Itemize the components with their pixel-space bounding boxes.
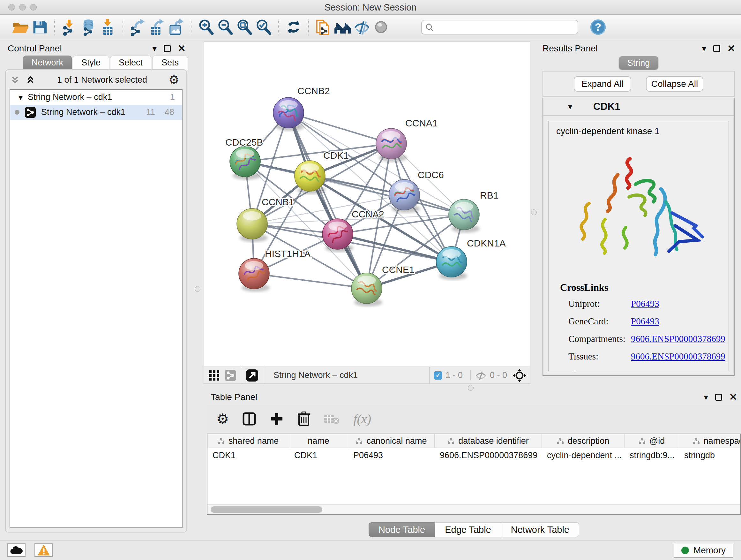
column-header-database-identifier[interactable]: database identifier bbox=[434, 434, 542, 448]
birdseye-crosshair-icon[interactable] bbox=[513, 369, 526, 382]
column-header-canonical-name[interactable]: canonical name bbox=[348, 434, 434, 448]
hidden-eye-slash-icon[interactable] bbox=[475, 371, 487, 380]
cloud-status-button[interactable] bbox=[7, 543, 25, 557]
zoom-in-button[interactable] bbox=[197, 17, 216, 37]
table-cell[interactable]: stringdb bbox=[679, 448, 741, 462]
save-session-button[interactable] bbox=[30, 17, 49, 37]
panel-menu-icon[interactable]: ▾ bbox=[702, 44, 706, 53]
zoom-selected-icon bbox=[255, 18, 272, 36]
expand-all-button[interactable]: Expand All bbox=[574, 76, 631, 91]
zoom-out-button[interactable] bbox=[216, 17, 235, 37]
zoom-fit-button[interactable] bbox=[235, 17, 254, 37]
import-table-button[interactable] bbox=[98, 17, 118, 37]
network-graph[interactable]: CCNB2CCNA1CDC25BCDK1CDC6RB1CCNB1CCNA2CDK… bbox=[204, 42, 530, 367]
string-import-button[interactable] bbox=[314, 17, 333, 37]
table-row[interactable]: CDK1CDK1P064939606.ENSP00000378699cyclin… bbox=[207, 448, 740, 462]
network-row[interactable]: String Network – cdk1 11 48 bbox=[10, 105, 182, 120]
show-columns-icon[interactable] bbox=[242, 412, 256, 426]
import-network-file-button[interactable] bbox=[60, 17, 79, 37]
tab-sets[interactable]: Sets bbox=[152, 56, 188, 70]
network-selection-status: 1 of 1 Network selected bbox=[36, 75, 169, 85]
table-horizontal-scrollbar[interactable] bbox=[207, 504, 740, 514]
tab-string[interactable]: String bbox=[619, 56, 658, 70]
crosslink-link[interactable]: P06493 bbox=[631, 316, 659, 327]
toolbar-separator bbox=[191, 19, 192, 36]
crosslink-link[interactable]: 9606.ENSP00000378699 bbox=[631, 334, 725, 344]
crosslink-link[interactable]: P06493 bbox=[631, 299, 659, 309]
delete-column-trash-icon[interactable] bbox=[297, 412, 311, 426]
zoom-selected-button[interactable] bbox=[254, 17, 273, 37]
svg-text:CCNB1: CCNB1 bbox=[262, 197, 294, 207]
search-input[interactable] bbox=[422, 20, 578, 34]
horizontal-splitter-handle[interactable] bbox=[468, 385, 474, 391]
table-cell[interactable]: CDK1 bbox=[289, 448, 348, 462]
tab-style[interactable]: Style bbox=[73, 56, 109, 70]
column-header-name[interactable]: name bbox=[289, 434, 348, 448]
column-header--id[interactable]: @id bbox=[624, 434, 679, 448]
node-RB1: RB1 bbox=[449, 190, 498, 233]
tab-network[interactable]: Network bbox=[23, 56, 72, 70]
apply-layout-button[interactable] bbox=[284, 17, 303, 37]
table-cell[interactable]: cyclin-dependent ... bbox=[542, 448, 624, 462]
table-cell[interactable]: stringdb:9... bbox=[624, 448, 679, 462]
grid-view-icon[interactable] bbox=[208, 370, 220, 381]
network-options-gear-icon[interactable]: ⚙ bbox=[169, 74, 179, 86]
crosslink-label: GeneCard: bbox=[568, 316, 631, 327]
table-header-row: shared namenamecanonical namedatabase id… bbox=[207, 434, 740, 448]
share-view-icon[interactable] bbox=[224, 369, 237, 381]
help-button[interactable]: ? bbox=[589, 17, 608, 37]
close-panel-icon[interactable]: ✕ bbox=[729, 392, 737, 402]
column-header-description[interactable]: description bbox=[542, 434, 624, 448]
table-cell[interactable]: P06493 bbox=[348, 448, 434, 462]
svg-text:?: ? bbox=[595, 21, 601, 33]
scrollbar-thumb[interactable] bbox=[211, 506, 322, 513]
warning-triangle-icon bbox=[38, 545, 50, 556]
collapse-all-button[interactable]: Collapse All bbox=[646, 76, 703, 91]
warnings-button[interactable] bbox=[35, 543, 53, 557]
crosslink-link[interactable]: 9606.ENSP00000378699 bbox=[631, 351, 725, 362]
open-session-button[interactable] bbox=[11, 17, 30, 37]
network-canvas[interactable]: CCNB2CCNA1CDC25BCDK1CDC6RB1CCNB1CCNA2CDK… bbox=[204, 42, 530, 367]
show-graphics-button[interactable] bbox=[372, 17, 391, 37]
table-cell[interactable]: 9606.ENSP00000378699 bbox=[434, 448, 542, 462]
protein-expander-icon[interactable]: ▾ bbox=[568, 103, 572, 111]
create-column-plus-icon[interactable] bbox=[270, 412, 284, 426]
external-link-icon[interactable] bbox=[246, 369, 259, 382]
selected-checkbox-icon[interactable]: ✓ bbox=[434, 371, 442, 380]
collection-expander-icon[interactable]: ▾ bbox=[18, 93, 23, 102]
crosslink-label: Pharos: bbox=[568, 369, 631, 371]
right-splitter-handle[interactable] bbox=[531, 209, 537, 215]
tab-network-table[interactable]: Network Table bbox=[501, 522, 579, 537]
close-panel-icon[interactable]: ✕ bbox=[178, 44, 186, 53]
table-options-gear-icon[interactable]: ⚙ bbox=[216, 412, 229, 426]
import-network-database-button[interactable] bbox=[79, 17, 98, 37]
node-CDKN1A: CDKN1A bbox=[436, 238, 506, 280]
export-image-button[interactable] bbox=[166, 17, 186, 37]
homes-button[interactable] bbox=[333, 17, 352, 37]
panel-menu-icon[interactable]: ▾ bbox=[152, 44, 157, 53]
crosslink-link[interactable]: P06493 bbox=[631, 369, 659, 371]
tab-edge-table[interactable]: Edge Table bbox=[435, 522, 501, 537]
network-collection-row[interactable]: ▾ String Network – cdk1 1 bbox=[10, 90, 182, 105]
memory-button[interactable]: Memory bbox=[674, 543, 733, 558]
tab-node-table[interactable]: Node Table bbox=[368, 522, 435, 537]
hide-graphics-button[interactable] bbox=[352, 17, 372, 37]
export-table-button[interactable] bbox=[147, 17, 166, 37]
close-panel-icon[interactable]: ✕ bbox=[727, 44, 735, 53]
float-panel-icon[interactable] bbox=[713, 45, 720, 52]
left-splitter-handle[interactable] bbox=[195, 286, 200, 292]
collapse-all-icon[interactable] bbox=[10, 74, 20, 85]
results-panel: Results Panel ▾ ✕ String Expand All Coll… bbox=[539, 42, 738, 376]
column-header-shared-name[interactable]: shared name bbox=[207, 434, 289, 448]
separator bbox=[429, 367, 429, 383]
svg-text:CDKN1A: CDKN1A bbox=[467, 238, 506, 248]
column-header-namespace[interactable]: namespace bbox=[679, 434, 741, 448]
panel-menu-icon[interactable]: ▾ bbox=[704, 393, 708, 401]
tab-select[interactable]: Select bbox=[110, 56, 151, 70]
float-panel-icon[interactable] bbox=[715, 394, 722, 401]
table-cell[interactable]: CDK1 bbox=[207, 448, 289, 462]
export-network-button[interactable] bbox=[128, 17, 147, 37]
protein-section-header[interactable]: ▾ CDK1 bbox=[543, 98, 734, 116]
float-panel-icon[interactable] bbox=[164, 45, 171, 52]
expand-all-icon[interactable] bbox=[25, 74, 36, 85]
